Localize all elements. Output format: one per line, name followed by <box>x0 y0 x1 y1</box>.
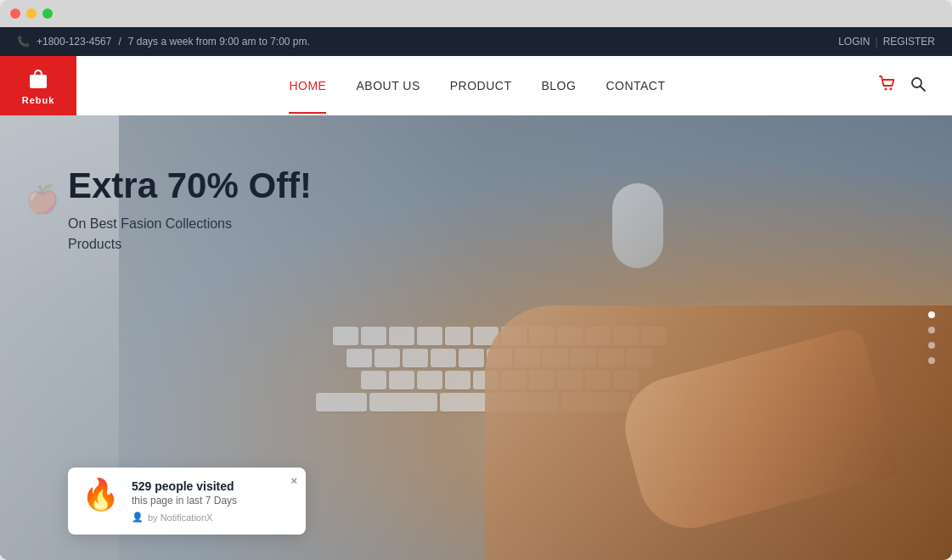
top-bar-right: LOGIN | REGISTER <box>838 36 935 48</box>
svg-point-2 <box>889 87 892 90</box>
top-bar-right-divider: | <box>876 36 878 48</box>
phone-icon: 📞 <box>17 36 30 48</box>
nav-item-about[interactable]: ABOUT US <box>356 78 420 93</box>
browser-titlebar <box>0 0 952 27</box>
hero-title: Extra 70% Off! <box>68 166 952 205</box>
svg-rect-0 <box>30 75 47 88</box>
slider-dot-4[interactable] <box>928 357 935 364</box>
hero-subtitle-line1: On Best Fasion Collections <box>68 214 952 234</box>
nav-link-contact[interactable]: CONTACT <box>606 79 665 92</box>
svg-point-1 <box>884 87 887 90</box>
nav-item-product[interactable]: PRODUCT <box>450 78 512 93</box>
search-icon[interactable] <box>910 76 927 97</box>
notification-by: by NotificationX <box>148 512 212 523</box>
notification-content: 529 people visited this page in last 7 D… <box>132 479 292 523</box>
notification-close-button[interactable]: × <box>290 474 297 487</box>
notification-message: this page in last 7 Days <box>132 495 292 507</box>
notification-user-icon: 👤 <box>132 512 144 523</box>
nav-link-about[interactable]: ABOUT US <box>356 79 420 92</box>
logo[interactable]: Rebuk <box>0 56 76 115</box>
nav-link-product[interactable]: PRODUCT <box>450 79 512 92</box>
browser-content: 📞 +1800-123-4567 / 7 days a week from 9:… <box>0 27 952 560</box>
notification-card: 🔥 529 people visited this page in last 7… <box>68 468 306 535</box>
nav-link-home[interactable]: HOME <box>289 79 326 92</box>
top-bar: 📞 +1800-123-4567 / 7 days a week from 9:… <box>0 27 952 56</box>
flame-icon: 🔥 <box>82 479 120 510</box>
maximize-dot[interactable] <box>42 8 53 19</box>
browser-window: 📞 +1800-123-4567 / 7 days a week from 9:… <box>0 0 952 560</box>
notification-visitor-count: 529 people visited <box>132 479 292 493</box>
nav-item-contact[interactable]: CONTACT <box>606 78 665 93</box>
slider-dot-1[interactable] <box>928 311 935 318</box>
svg-line-4 <box>920 86 925 91</box>
nav-item-home[interactable]: HOME <box>289 78 326 93</box>
minimize-dot[interactable] <box>26 8 37 19</box>
nav-icons <box>878 75 927 98</box>
slider-dot-2[interactable] <box>928 327 935 333</box>
navbar: Rebuk HOME ABOUT US PRODUCT BLOG CONTACT <box>0 56 952 115</box>
nav-item-blog[interactable]: BLOG <box>542 78 577 93</box>
slider-dot-3[interactable] <box>928 342 935 349</box>
phone-number: +1800-123-4567 <box>37 36 111 48</box>
slider-dots <box>928 311 935 364</box>
logo-bag-icon <box>26 66 50 95</box>
business-hours: 7 days a week from 9:00 am to 7:00 pm. <box>128 36 310 48</box>
top-bar-left: 📞 +1800-123-4567 / 7 days a week from 9:… <box>17 36 310 48</box>
hero-subtitle-line2: Products <box>68 234 952 255</box>
register-link[interactable]: REGISTER <box>883 36 935 48</box>
login-link[interactable]: LOGIN <box>838 36 870 48</box>
close-dot[interactable] <box>10 8 20 19</box>
cart-icon[interactable] <box>878 75 897 98</box>
nav-link-blog[interactable]: BLOG <box>542 79 577 92</box>
hero-section: 🍎 <box>0 115 952 560</box>
logo-text: Rebuk <box>22 95 55 105</box>
hero-content: Extra 70% Off! On Best Fasion Collection… <box>0 115 952 255</box>
notification-footer: 👤 by NotificationX <box>132 512 292 523</box>
top-bar-separator: / <box>118 36 121 48</box>
nav-links: HOME ABOUT US PRODUCT BLOG CONTACT <box>289 78 665 93</box>
